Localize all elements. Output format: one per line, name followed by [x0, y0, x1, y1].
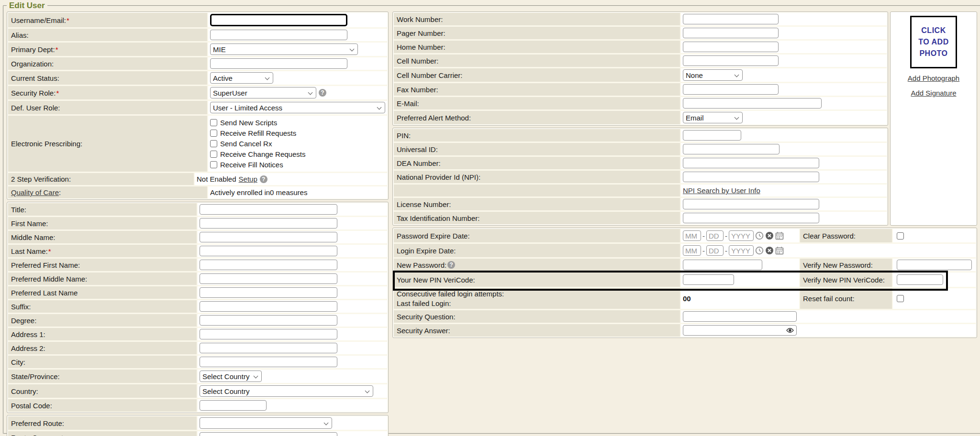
login-expire-month-input[interactable]: [683, 245, 701, 256]
add-photo-box[interactable]: CLICK TO ADD PHOTO: [910, 16, 957, 68]
security-role-label: Security Role:*: [8, 86, 207, 99]
verify-pin-vericode-label: Verify New PIN VeriCode:: [800, 272, 892, 287]
password-expire-calendar-icon[interactable]: [775, 231, 784, 240]
cell-number-input[interactable]: [683, 55, 779, 66]
pager-number-input[interactable]: [683, 28, 779, 38]
primary-dept-select[interactable]: MIE: [210, 44, 358, 55]
country-select[interactable]: Select Country: [200, 385, 373, 397]
password-expire-year-input[interactable]: [729, 230, 754, 241]
npi-search-label-spacer: [394, 185, 680, 196]
def-user-role-select[interactable]: User - Limited Access: [210, 102, 385, 113]
tax-id-input[interactable]: [683, 213, 819, 223]
identifiers-section: PIN: Universal ID: DEA Number: Nati: [392, 128, 888, 226]
verify-pin-vericode-input[interactable]: [897, 274, 943, 285]
address1-input[interactable]: [200, 329, 337, 339]
preferred-route-select[interactable]: [200, 417, 332, 429]
receive-refill-requests-checkbox[interactable]: [210, 130, 217, 137]
current-status-select[interactable]: Active: [210, 72, 273, 84]
pin-vericode-input[interactable]: [683, 274, 734, 285]
form-row: Def. User Role: User - Limited Access: [8, 101, 387, 114]
license-number-label: License Number:: [394, 198, 680, 210]
add-photograph-link[interactable]: Add Photograph: [908, 74, 959, 82]
middle-name-label: Middle Name:: [8, 231, 197, 243]
verify-new-password-label: Verify New Password:: [800, 259, 892, 271]
last-name-input[interactable]: [200, 246, 337, 256]
username-input[interactable]: [210, 14, 347, 26]
receive-fill-notices-checkbox[interactable]: [210, 161, 217, 168]
pager-number-label: Pager Number:: [394, 27, 680, 39]
route-comment-input[interactable]: [200, 432, 337, 436]
show-password-eye-icon[interactable]: [786, 327, 794, 333]
reset-fail-count-checkbox[interactable]: [897, 295, 904, 302]
password-expire-time-icon[interactable]: [755, 231, 764, 240]
form-columns: Username/Email:* Alias: Primary Dept:* M…: [7, 11, 977, 436]
npi-search-link[interactable]: NPI Search by User Info: [683, 186, 760, 195]
quality-of-care-link[interactable]: Quality of Care: [11, 188, 59, 196]
middle-name-input[interactable]: [200, 232, 337, 242]
suffix-input[interactable]: [200, 301, 337, 312]
two-step-label: 2 Step Verification:: [8, 173, 194, 185]
failed-attempts-count: 00: [683, 294, 691, 303]
fax-number-input[interactable]: [683, 84, 779, 95]
two-step-setup-link[interactable]: Setup: [239, 175, 257, 183]
security-question-input[interactable]: [683, 311, 797, 322]
new-password-help-icon[interactable]: ?: [447, 261, 455, 269]
password-expire-clear-icon[interactable]: [765, 231, 774, 240]
login-expire-time-icon[interactable]: [755, 246, 764, 255]
login-expire-calendar-icon[interactable]: [775, 246, 784, 255]
form-row: Preferred Route:: [8, 416, 387, 430]
universal-id-input[interactable]: [683, 144, 780, 154]
state-province-select[interactable]: Select Country: [200, 371, 262, 382]
login-expire-clear-icon[interactable]: [765, 246, 774, 255]
password-expire-label: Password Expire Date:: [394, 229, 680, 242]
work-number-input[interactable]: [683, 14, 779, 24]
security-answer-input[interactable]: [683, 325, 797, 336]
postal-code-input[interactable]: [200, 400, 267, 411]
alias-input[interactable]: [210, 30, 347, 40]
form-row: 2 Step Verification: Not Enabled Setup ?: [8, 173, 387, 185]
security-role-help-icon[interactable]: ?: [319, 89, 326, 97]
form-row: Security Question:: [394, 310, 976, 323]
home-number-input[interactable]: [683, 42, 779, 52]
organization-input[interactable]: [210, 58, 347, 69]
preferred-alert-method-select[interactable]: Email: [683, 112, 743, 123]
preferred-last-name-input[interactable]: [200, 287, 337, 298]
password-expire-day-input[interactable]: [706, 230, 724, 241]
add-signature-link[interactable]: Add Signature: [911, 89, 956, 97]
pin-input[interactable]: [683, 130, 741, 141]
address2-input[interactable]: [200, 343, 337, 353]
alias-label: Alias:: [8, 29, 207, 41]
title-input[interactable]: [200, 204, 337, 215]
send-new-scripts-checkbox[interactable]: [210, 119, 217, 126]
new-password-input[interactable]: [683, 260, 762, 270]
degree-input[interactable]: [200, 315, 337, 326]
city-input[interactable]: [200, 357, 337, 367]
preferred-first-name-input[interactable]: [200, 260, 337, 270]
npi-input[interactable]: [683, 172, 819, 182]
license-number-input[interactable]: [683, 199, 819, 209]
receive-change-requests-checkbox[interactable]: [210, 151, 217, 158]
verify-new-password-input[interactable]: [897, 260, 972, 270]
form-row: DEA Number:: [394, 157, 887, 169]
first-name-input[interactable]: [200, 218, 337, 229]
dea-number-input[interactable]: [683, 158, 819, 168]
send-cancel-rx-checkbox[interactable]: [210, 140, 217, 147]
email-input[interactable]: [683, 98, 822, 109]
password-expire-month-input[interactable]: [683, 230, 701, 241]
preferred-middle-name-input[interactable]: [200, 273, 337, 284]
country-label: Country:: [8, 384, 197, 398]
security-role-select[interactable]: SuperUser: [210, 87, 316, 98]
email-label: E-Mail:: [394, 97, 680, 109]
clear-password-checkbox[interactable]: [897, 232, 904, 240]
form-row: Cell Number:: [394, 54, 887, 67]
login-expire-year-input[interactable]: [729, 245, 754, 256]
form-row: PIN:: [394, 129, 887, 142]
left-column: Username/Email:* Alias: Primary Dept:* M…: [7, 11, 389, 436]
security-section: Password Expire Date: - - Clear Password…: [392, 228, 977, 338]
two-step-help-icon[interactable]: ?: [260, 175, 267, 183]
login-expire-day-input[interactable]: [706, 245, 724, 256]
last-name-label: Last Name:*: [8, 245, 197, 257]
eprescribing-label: Electronic Prescribing:: [8, 116, 207, 172]
cell-carrier-select[interactable]: None: [683, 69, 743, 81]
form-row: Middle Name:: [8, 231, 387, 243]
